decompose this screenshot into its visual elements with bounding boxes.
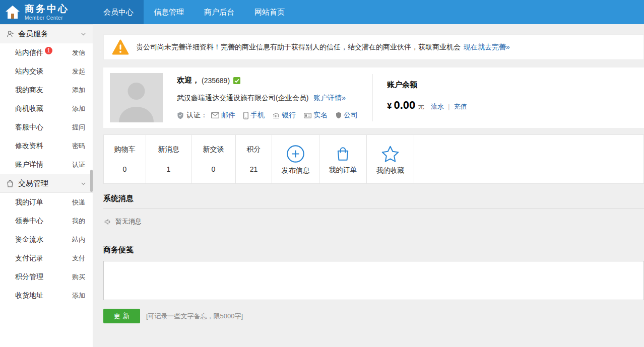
- currency-symbol: ¥: [387, 101, 392, 111]
- stat-label: 购物车: [114, 146, 136, 153]
- sidebar-item-action[interactable]: 发信: [72, 48, 85, 57]
- action-label: 我的订单: [329, 166, 357, 173]
- unread-badge: 1: [45, 47, 52, 54]
- sidebar-item-points[interactable]: 积分管理 购买: [0, 267, 93, 286]
- sidebar-item-action[interactable]: 站内: [72, 235, 85, 244]
- welcome-label: 欢迎，: [177, 76, 200, 85]
- sidebar-item-action[interactable]: 我的: [72, 217, 85, 226]
- cert-link-company[interactable]: 公司: [344, 111, 358, 120]
- sidebar-item-support[interactable]: 客服中心 提问: [0, 118, 93, 136]
- stat-value: 1: [167, 166, 171, 173]
- star-icon: [381, 145, 400, 163]
- sidebar-item-action[interactable]: 提问: [72, 123, 85, 132]
- sidebar-item-label: 站内信件: [15, 48, 43, 57]
- stat-label: 新交谈: [203, 146, 224, 153]
- sidebar-item-action[interactable]: 认证: [72, 160, 85, 169]
- top-nav: 会员中心 信息管理 商户后台 网站首页: [93, 0, 295, 24]
- warning-icon: [112, 39, 129, 55]
- balance-title: 账户余额: [387, 80, 467, 90]
- sidebar-item-action[interactable]: 快递: [72, 198, 85, 207]
- id-card-icon: [304, 113, 311, 118]
- shield-icon: [177, 112, 184, 119]
- sidebar-item-shipping-address[interactable]: 收货地址 添加: [0, 286, 93, 305]
- tab-info-management[interactable]: 信息管理: [144, 0, 194, 24]
- sidebar-item-chat[interactable]: 站内交谈 发起: [0, 62, 93, 81]
- action-label: 我的收藏: [376, 167, 405, 174]
- stat-points[interactable]: 积分 21: [236, 135, 272, 183]
- home-icon: [5, 5, 20, 19]
- bag-icon: [6, 180, 14, 187]
- sidebar-section-trade-management[interactable]: 交易管理: [0, 174, 93, 193]
- cert-link-mail[interactable]: 邮件: [221, 111, 235, 120]
- chevron-down-icon: [80, 180, 87, 187]
- cert-link-realname[interactable]: 实名: [313, 111, 328, 120]
- sidebar-item-action[interactable]: 发起: [72, 67, 85, 76]
- sidebar-item-label: 支付记录: [15, 254, 43, 263]
- sidebar-item-orders[interactable]: 我的订单 快递: [0, 193, 93, 212]
- notice-text: 贵公司尚未完善详细资料！完善的商业信息有助于获得别人的信任，结交潜在的商业伙伴，…: [136, 43, 461, 52]
- stat-new-chats[interactable]: 新交谈 0: [191, 135, 236, 183]
- flow-link[interactable]: 流水: [431, 102, 444, 111]
- sidebar-item-label: 收货地址: [15, 291, 43, 300]
- tab-merchant-backend[interactable]: 商户后台: [194, 0, 244, 24]
- memo-title: 商务便笺: [103, 245, 644, 261]
- sidebar-item-action[interactable]: 添加: [72, 86, 85, 95]
- speaker-icon: [104, 219, 112, 225]
- app-logo[interactable]: 商务中心 Member Center: [0, 0, 93, 24]
- sidebar-item-action[interactable]: 添加: [72, 104, 85, 113]
- main-content: 贵公司尚未完善详细资料！完善的商业信息有助于获得别人的信任，结交潜在的商业伙伴，…: [103, 24, 644, 347]
- complete-profile-link[interactable]: 现在就去完善»: [464, 43, 510, 52]
- stat-label: 积分: [247, 146, 261, 153]
- cert-label: 认证：: [186, 111, 208, 120]
- member-id: (235689): [202, 77, 230, 85]
- sidebar-section-member-services[interactable]: 会员服务: [0, 24, 93, 43]
- tab-site-home[interactable]: 网站首页: [244, 0, 295, 24]
- balance-unit: 元: [418, 102, 424, 111]
- sidebar-item-edit-profile[interactable]: 修改资料 密码: [0, 136, 93, 155]
- notice-banner: 贵公司尚未完善详细资料！完善的商业信息有助于获得别人的信任，结交潜在的商业伙伴，…: [103, 34, 644, 60]
- sidebar-item-opportunity-favorites[interactable]: 商机收藏 添加: [0, 99, 93, 118]
- action-publish-info[interactable]: 发布信息: [272, 135, 319, 183]
- balance-panel: 账户余额 ¥ 0.00 元 流水 | 充值: [373, 73, 467, 122]
- stat-new-messages[interactable]: 新消息 1: [146, 135, 191, 183]
- logo-text: 商务中心 Member Center: [25, 4, 69, 21]
- stat-label: 新消息: [158, 146, 179, 153]
- sidebar-item-payment-records[interactable]: 支付记录 支付: [0, 249, 93, 267]
- user-icon: [6, 30, 14, 38]
- sidebar-item-label: 修改资料: [15, 142, 43, 151]
- sidebar-item-funds-flow[interactable]: 资金流水 站内: [0, 230, 93, 249]
- action-label: 发布信息: [282, 167, 310, 174]
- company-shield-icon: [336, 112, 342, 119]
- stat-value: 0: [123, 166, 127, 173]
- action-my-orders[interactable]: 我的订单: [319, 135, 367, 183]
- sidebar-item-action[interactable]: 添加: [72, 291, 85, 300]
- sidebar-item-account-details[interactable]: 账户详情 认证: [0, 155, 93, 174]
- cert-link-phone[interactable]: 手机: [250, 111, 265, 120]
- sidebar-item-messages[interactable]: 站内信件 1 发信: [0, 43, 93, 62]
- account-detail-link[interactable]: 账户详情»: [313, 94, 346, 103]
- sidebar-item-action[interactable]: 支付: [72, 254, 85, 263]
- sidebar-item-action[interactable]: 密码: [72, 142, 85, 151]
- memo-section: 商务便笺 更 新 [可记录一些文字备忘，限5000字]: [103, 245, 644, 323]
- stat-cart[interactable]: 购物车 0: [104, 135, 146, 183]
- sidebar: 会员服务 站内信件 1 发信 站内交谈 发起 我的商友 添加 商机收藏 添加 客…: [0, 24, 93, 347]
- tab-member-center[interactable]: 会员中心: [93, 0, 144, 24]
- welcome-line: 欢迎， (235689): [177, 76, 372, 85]
- sidebar-item-label: 我的订单: [15, 198, 43, 207]
- profile-info: 欢迎， (235689) 武汉鑫瑞通达交通设施有限公司(企业会员) 账户详情» …: [177, 73, 372, 122]
- sidebar-item-label: 积分管理: [15, 272, 43, 282]
- sidebar-item-friends[interactable]: 我的商友 添加: [0, 81, 93, 99]
- update-button[interactable]: 更 新: [103, 309, 140, 323]
- action-my-favorites[interactable]: 我的收藏: [367, 135, 414, 183]
- cert-link-bank[interactable]: 银行: [282, 111, 296, 120]
- stat-value: 0: [212, 166, 216, 173]
- verified-check-icon: [233, 77, 240, 84]
- recharge-link[interactable]: 充值: [454, 102, 467, 111]
- sidebar-scrollbar[interactable]: [90, 170, 93, 192]
- system-messages-section: 系统消息 暂无消息: [103, 190, 644, 234]
- sidebar-item-coupons[interactable]: 领券中心 我的: [0, 212, 93, 230]
- memo-textarea[interactable]: [103, 261, 644, 300]
- sidebar-item-action[interactable]: 购买: [72, 272, 85, 282]
- avatar: [110, 73, 163, 122]
- sidebar-item-label: 客服中心: [15, 123, 43, 132]
